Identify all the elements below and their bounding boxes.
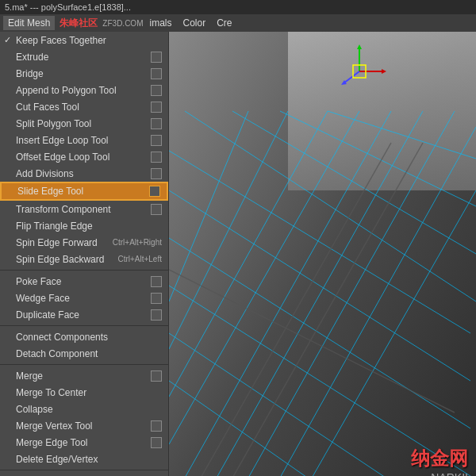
menu-item-delete-edge-vertex[interactable]: Delete Edge/Vertex <box>0 451 168 467</box>
menu-item-poke-face[interactable]: Poke Face <box>0 273 168 290</box>
viewport-canvas <box>169 32 476 476</box>
menu-item-flip-triangle-edge[interactable]: Flip Triangle Edge <box>0 217 168 234</box>
menu-item-label-merge-edge-tool: Merge Edge Tool <box>16 437 88 448</box>
menu-item-shortcut-spin-edge-backward: Ctrl+Alt+Left <box>117 255 162 263</box>
menu-item-box-add-divisions[interactable] <box>151 168 162 179</box>
menu-item-label-delete-edge-vertex: Delete Edge/Vertex <box>16 454 98 465</box>
menu-item-label-spin-edge-backward: Spin Edge Backward <box>16 254 104 265</box>
brand-cn: 纳金网 <box>411 446 468 471</box>
menu-item-merge-edge-tool[interactable]: Merge Edge Tool <box>0 434 168 451</box>
menu-item-label-offset-edge-loop: Offset Edge Loop Tool <box>16 152 109 163</box>
menu-item-wedge-face[interactable]: Wedge Face <box>0 290 168 306</box>
menu-item-cut-faces-tool[interactable]: Cut Faces Tool <box>0 98 168 115</box>
menu-item-box-append-to-polygon[interactable] <box>151 85 162 96</box>
menu-item-label-append-to-polygon: Append to Polygon Tool <box>16 85 117 96</box>
menu-item-merge-vertex-tool[interactable]: Merge Vertex Tool <box>0 417 168 434</box>
title-bar: 5.ma* --- polySurface1.e[1838]... <box>0 0 476 14</box>
menu-item-label-split-polygon-tool: Split Polygon Tool <box>16 118 91 129</box>
menu-item-append-to-polygon[interactable]: Append to Polygon Tool <box>0 82 168 98</box>
title-text: 5.ma* --- polySurface1.e[1838]... <box>5 2 131 12</box>
menu-item-box-merge-vertex-tool[interactable] <box>151 420 162 432</box>
menu-item-duplicate-face[interactable]: Duplicate Face <box>0 306 168 323</box>
menu-item-merge[interactable]: Merge <box>0 367 168 384</box>
menu-item-label-collapse: Collapse <box>16 404 53 415</box>
watermark-zf30: ZF3D.COM <box>102 19 143 28</box>
menu-item-label-merge-vertex-tool: Merge Vertex Tool <box>16 420 93 432</box>
menu-item-box-bridge[interactable] <box>151 68 162 79</box>
menu-item-label-spin-edge-forward: Spin Edge Forward <box>16 237 98 248</box>
menu-separator-18 <box>0 325 168 326</box>
menu-item-slide-edge-tool[interactable]: Slide Edge Tool <box>0 182 168 201</box>
menu-item-label-extrude: Extrude <box>16 52 48 63</box>
menu-item-label-merge-to-center: Merge To Center <box>16 387 86 398</box>
menu-item-merge-to-center[interactable]: Merge To Center <box>0 384 168 401</box>
menu-bar-color[interactable]: Color <box>178 16 210 30</box>
menu-item-box-merge[interactable] <box>151 370 162 382</box>
menu-item-add-divisions[interactable]: Add Divisions <box>0 165 168 182</box>
menu-separator-21 <box>0 364 168 365</box>
menu-item-label-wedge-face: Wedge Face <box>16 293 70 304</box>
menu-item-label-flip-triangle-edge: Flip Triangle Edge <box>16 221 93 232</box>
menu-item-label-connect-components: Connect Components <box>16 332 108 343</box>
menu-item-bridge[interactable]: Bridge <box>0 65 168 82</box>
menu-item-label-merge: Merge <box>16 370 43 382</box>
menu-item-label-cut-faces-tool: Cut Faces Tool <box>16 102 79 113</box>
menu-bar-cre[interactable]: Cre <box>212 16 236 30</box>
menu-item-box-poke-face[interactable] <box>151 276 162 287</box>
menu-bar-edit-mesh[interactable]: Edit Mesh <box>3 16 55 30</box>
menu-item-label-add-divisions: Add Divisions <box>16 168 74 179</box>
menu-item-box-insert-edge-loop[interactable] <box>151 135 162 146</box>
menu-item-label-slide-edge-tool: Slide Edge Tool <box>17 186 83 197</box>
menu-item-box-merge-edge-tool[interactable] <box>151 437 162 448</box>
menu-item-label-insert-edge-loop: Insert Edge Loop Tool <box>16 135 109 146</box>
brand-overlay: 纳金网 NARKII <box>411 446 468 476</box>
menu-item-extrude[interactable]: Extrude <box>0 48 168 65</box>
menu-item-label-bridge: Bridge <box>16 68 44 79</box>
main-layout: Keep Faces TogetherExtrudeBridgeAppend t… <box>0 32 476 476</box>
menu-item-box-transform-component[interactable] <box>151 204 162 215</box>
menu-item-box-offset-edge-loop[interactable] <box>151 152 162 163</box>
menu-separator-14 <box>0 270 168 271</box>
menu-item-connect-components[interactable]: Connect Components <box>0 328 168 345</box>
menu-item-label-duplicate-face: Duplicate Face <box>16 309 79 321</box>
brand-en: NARKII <box>411 471 468 476</box>
menu-item-box-wedge-face[interactable] <box>151 293 162 304</box>
menu-item-label-keep-faces-together: Keep Faces Together <box>16 35 106 46</box>
svg-rect-1 <box>288 32 476 190</box>
menu-item-offset-edge-loop[interactable]: Offset Edge Loop Tool <box>0 148 168 165</box>
dropdown-menu: Keep Faces TogetherExtrudeBridgeAppend t… <box>0 32 169 476</box>
menu-item-box-split-polygon-tool[interactable] <box>151 118 162 129</box>
menu-bar-animals[interactable]: imals <box>144 16 176 30</box>
menu-item-box-cut-faces-tool[interactable] <box>151 102 162 113</box>
menu-item-label-poke-face: Poke Face <box>16 276 61 287</box>
menu-item-collapse[interactable]: Collapse <box>0 401 168 417</box>
menu-item-spin-edge-backward[interactable]: Spin Edge BackwardCtrl+Alt+Left <box>0 251 168 267</box>
menu-item-insert-edge-loop[interactable]: Insert Edge Loop Tool <box>0 132 168 148</box>
viewport: 纳金网 NARKII <box>169 32 476 476</box>
menu-item-transform-component[interactable]: Transform Component <box>0 201 168 217</box>
menu-item-label-detach-component: Detach Component <box>16 348 98 359</box>
menu-item-label-transform-component: Transform Component <box>16 204 111 215</box>
menu-item-box-extrude[interactable] <box>151 52 162 63</box>
menu-item-split-polygon-tool[interactable]: Split Polygon Tool <box>0 115 168 132</box>
menu-item-shortcut-spin-edge-forward: Ctrl+Alt+Right <box>113 238 162 247</box>
menu-item-spin-edge-forward[interactable]: Spin Edge ForwardCtrl+Alt+Right <box>0 234 168 251</box>
watermark-cn: 朱峰社区 <box>60 17 98 30</box>
menu-separator-28 <box>0 470 168 470</box>
menu-item-box-slide-edge-tool[interactable] <box>149 186 160 197</box>
menu-bar: Edit Mesh 朱峰社区 ZF3D.COM imals Color Cre <box>0 14 476 32</box>
menu-item-chamfer-vertex[interactable]: Chamfer Vertex <box>0 473 168 476</box>
menu-item-keep-faces-together[interactable]: Keep Faces Together <box>0 32 168 48</box>
menu-item-detach-component[interactable]: Detach Component <box>0 345 168 362</box>
menu-item-box-duplicate-face[interactable] <box>151 309 162 321</box>
